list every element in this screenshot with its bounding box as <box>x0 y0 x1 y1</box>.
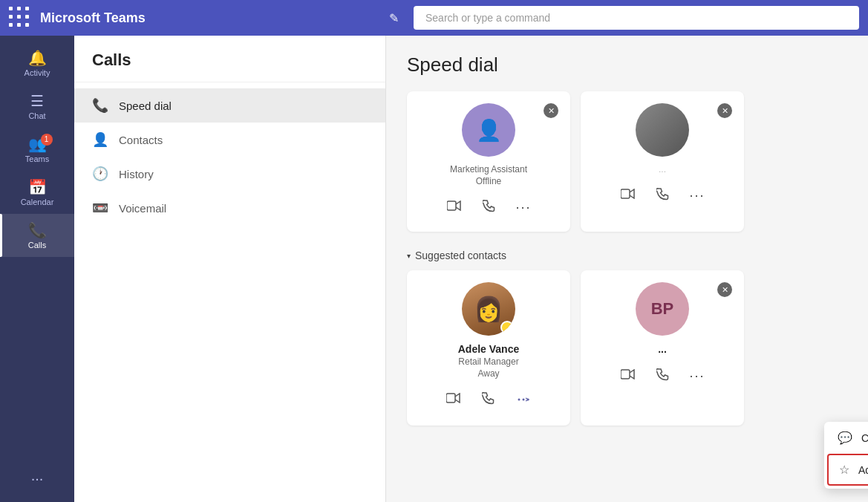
audio-call-button[interactable] <box>480 197 499 220</box>
adele-name: Adele Vance <box>419 343 558 355</box>
history-label: History <box>119 168 154 180</box>
suggested-cards: 👩 Adele Vance Retail Manager Away <box>407 270 847 426</box>
voicemail-icon: 📼 <box>92 200 108 216</box>
calls-header: Calls <box>74 36 385 82</box>
calls-nav-speed-dial[interactable]: 📞 Speed dial <box>74 88 385 123</box>
bp-video-button[interactable] <box>618 365 639 388</box>
bp-actions: ··· <box>593 365 732 388</box>
card-marketing-assistant: 👤 ✕ Marketing Assistant Offline <box>407 91 570 232</box>
apps-grid-icon[interactable] <box>9 7 31 29</box>
teams-label: Teams <box>25 154 49 163</box>
contacts-label: Contacts <box>119 134 163 146</box>
remove-card-button[interactable]: ✕ <box>544 103 558 118</box>
dropdown-speed-dial-item[interactable]: ☆ Add to speed dial <box>827 454 868 486</box>
main-content: Speed dial 👤 ✕ Marketing Assistant Offli… <box>386 36 868 502</box>
chevron-icon: ▾ <box>407 252 411 260</box>
svg-point-5 <box>523 399 525 401</box>
more-button[interactable]: ... <box>25 461 50 490</box>
speed-dial-title: Speed dial <box>407 53 847 76</box>
video-call-2-button[interactable] <box>618 185 639 208</box>
card-status: Offline <box>419 176 558 186</box>
chat-label: Chat <box>28 111 45 120</box>
card-avatar-row-2: ✕ <box>593 103 732 157</box>
topbar: Microsoft Teams ✎ Search or type a comma… <box>0 0 868 36</box>
calls-nav-list: 📞 Speed dial 👤 Contacts 🕐 History 📼 Voic… <box>74 82 385 231</box>
compose-icon[interactable]: ✎ <box>389 11 399 25</box>
sidebar-item-activity[interactable]: 🔔 Activity <box>0 42 74 85</box>
teams-icon: 👥 1 <box>28 137 47 151</box>
bp-more-button[interactable]: ··· <box>688 365 706 388</box>
content-inner: Speed dial 👤 ✕ Marketing Assistant Offli… <box>386 36 868 502</box>
suggested-title: Suggested contacts <box>415 250 506 261</box>
teams-badge: 1 <box>41 134 53 146</box>
dropdown-chat-label: Chat <box>861 432 868 444</box>
card-actions: ··· <box>419 197 558 220</box>
dropdown-speed-dial-label: Add to speed dial <box>858 464 868 476</box>
main-layout: 🔔 Activity ☰ Chat 👥 1 Teams 📅 Calendar 📞… <box>0 36 868 502</box>
calls-nav-history[interactable]: 🕐 History <box>74 157 385 191</box>
adele-actions <box>419 389 558 414</box>
calls-nav-voicemail[interactable]: 📼 Voicemail <box>74 191 385 225</box>
audio-call-2-button[interactable] <box>653 185 673 208</box>
calls-icon: 📞 <box>28 223 47 238</box>
svg-point-4 <box>518 399 521 401</box>
avatar-partial <box>636 103 689 157</box>
adele-audio-button[interactable] <box>479 389 498 414</box>
card-actions-2: ··· <box>593 185 732 208</box>
speed-dial-cards: 👤 ✕ Marketing Assistant Offline <box>407 91 847 232</box>
search-bar[interactable]: Search or type a command <box>414 6 859 30</box>
contacts-icon: 👤 <box>92 131 108 148</box>
card-avatar-row: 👤 ✕ <box>419 103 558 157</box>
svg-point-2 <box>504 325 511 331</box>
svg-rect-7 <box>621 370 630 379</box>
sidebar-item-teams[interactable]: 👥 1 Teams <box>0 128 74 171</box>
search-placeholder: Search or type a command <box>425 12 550 24</box>
chat-icon: ☰ <box>30 94 44 108</box>
activity-icon: 🔔 <box>28 50 47 65</box>
speed-dial-icon: 📞 <box>92 97 108 114</box>
adele-role: Retail Manager <box>419 356 558 367</box>
sidebar-item-chat[interactable]: ☰ Chat <box>0 85 74 128</box>
card-bp: BP ✕ ... ··· <box>581 270 744 426</box>
adele-avatar-row: 👩 <box>419 282 558 336</box>
dropdown-chat-item[interactable]: 💬 Chat <box>824 422 868 454</box>
adele-info: Adele Vance Retail Manager Away <box>419 343 558 379</box>
adele-more-button[interactable] <box>513 389 534 414</box>
card-info-2: ... <box>593 164 732 175</box>
adele-status: Away <box>419 368 558 379</box>
bp-avatar-row: BP ✕ <box>593 282 732 336</box>
voicemail-label: Voicemail <box>119 202 166 215</box>
context-dropdown: 💬 Chat ☆ Add to speed dial <box>824 422 868 489</box>
video-call-button[interactable] <box>444 197 465 220</box>
adele-avatar: 👩 <box>462 282 515 336</box>
card-adele-vance: 👩 Adele Vance Retail Manager Away <box>407 270 570 426</box>
calls-nav-contacts[interactable]: 👤 Contacts <box>74 123 385 157</box>
adele-video-button[interactable] <box>443 389 464 414</box>
activity-label: Activity <box>25 68 50 77</box>
calendar-label: Calendar <box>21 198 54 206</box>
more-options-button[interactable]: ··· <box>514 197 532 220</box>
sidebar-item-calls[interactable]: 📞 Calls <box>0 214 74 257</box>
svg-rect-0 <box>447 201 456 210</box>
dropdown-chat-icon: 💬 <box>838 431 852 445</box>
app-title: Microsoft Teams <box>40 10 380 26</box>
bp-audio-button[interactable] <box>653 365 673 388</box>
svg-rect-1 <box>621 189 630 198</box>
remove-bp-button[interactable]: ✕ <box>717 282 732 297</box>
sidebar-item-calendar[interactable]: 📅 Calendar <box>0 171 74 214</box>
card-name: Marketing Assistant <box>419 164 558 175</box>
calendar-icon: 📅 <box>28 180 47 195</box>
bp-name: ... <box>593 343 732 355</box>
card-partial-right: ✕ ... ··· <box>581 91 744 232</box>
calls-sidebar: Calls 📞 Speed dial 👤 Contacts 🕐 History … <box>74 36 386 502</box>
dropdown-star-icon: ☆ <box>839 463 849 477</box>
bp-avatar: BP <box>636 282 689 336</box>
speed-dial-label: Speed dial <box>119 100 172 112</box>
calls-label: Calls <box>28 241 46 250</box>
bp-info: ... <box>593 343 732 355</box>
remove-card-2-button[interactable]: ✕ <box>717 103 732 118</box>
more-options-2-button[interactable]: ··· <box>688 185 706 208</box>
history-icon: 🕐 <box>92 166 108 182</box>
icon-sidebar: 🔔 Activity ☰ Chat 👥 1 Teams 📅 Calendar 📞… <box>0 36 74 502</box>
svg-rect-3 <box>446 394 455 402</box>
